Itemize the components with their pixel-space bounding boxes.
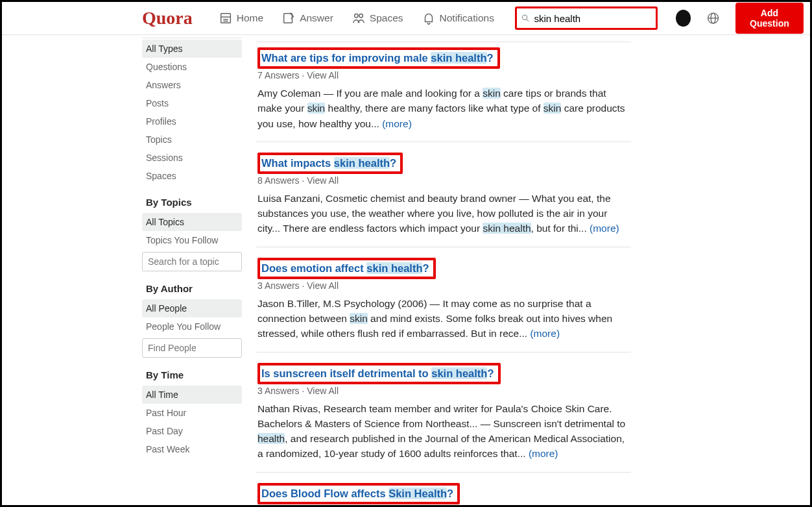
result-snippet: Amy Coleman — If you are male and lookin… bbox=[257, 86, 631, 131]
view-all-link[interactable]: View All bbox=[307, 175, 339, 186]
logo[interactable]: Quora bbox=[142, 8, 193, 29]
sidebar-item[interactable]: Profiles bbox=[142, 112, 242, 130]
svg-point-6 bbox=[359, 14, 363, 18]
sidebar-item[interactable]: Sessions bbox=[142, 149, 242, 167]
answer-icon bbox=[281, 11, 296, 25]
sidebar-item[interactable]: All Time bbox=[142, 386, 242, 404]
nav-home[interactable]: Home bbox=[212, 7, 270, 29]
divider bbox=[142, 38, 242, 38]
bell-icon bbox=[422, 11, 436, 25]
sidebar-item[interactable]: Past Day bbox=[142, 422, 242, 440]
nav-spaces[interactable]: Spaces bbox=[345, 7, 410, 29]
result-title-link[interactable]: Does emotion affect skin health? bbox=[261, 262, 429, 274]
more-link[interactable]: (more) bbox=[382, 118, 412, 129]
svg-point-7 bbox=[522, 15, 527, 19]
sidebar-item[interactable]: Past Hour bbox=[142, 404, 242, 422]
sidebar-item[interactable]: Posts bbox=[142, 94, 242, 112]
result-title-highlight: Does emotion affect skin health? bbox=[257, 258, 436, 279]
result-title-highlight: Is sunscreen itself detrimental to skin … bbox=[257, 363, 501, 384]
sidebar-item[interactable]: Spaces bbox=[142, 167, 242, 185]
result-title-link[interactable]: Does Blood Flow affects Skin Health? bbox=[261, 488, 453, 499]
result-title-highlight: What are tips for improving male skin he… bbox=[257, 47, 500, 69]
nav-notifications[interactable]: Notifications bbox=[415, 7, 501, 29]
by-time-heading: By Time bbox=[142, 358, 242, 386]
sidebar-item[interactable]: Topics You Follow bbox=[142, 231, 242, 249]
nav-answer[interactable]: Answer bbox=[275, 7, 340, 29]
view-all-link[interactable]: View All bbox=[307, 280, 339, 291]
result-meta: 3 Answers · View All bbox=[257, 280, 631, 291]
nav-answer-label: Answer bbox=[300, 12, 333, 24]
view-all-link[interactable]: View All bbox=[307, 70, 339, 80]
spaces-icon bbox=[352, 11, 366, 25]
sidebar: All TypesQuestionsAnswersPostsProfilesTo… bbox=[142, 35, 242, 507]
svg-point-5 bbox=[354, 14, 358, 18]
more-link[interactable]: (more) bbox=[590, 223, 619, 234]
sidebar-item[interactable]: Topics bbox=[142, 130, 242, 149]
nav-spaces-label: Spaces bbox=[370, 12, 403, 24]
result-meta: 8 Answers · View All bbox=[257, 175, 631, 186]
by-topics-heading: By Topics bbox=[142, 185, 242, 213]
nav-notifications-label: Notifications bbox=[440, 12, 494, 24]
result-meta: 3 Answers · View All bbox=[257, 386, 631, 396]
search-result: What impacts skin health?8 Answers · Vie… bbox=[256, 142, 631, 247]
more-link[interactable]: (more) bbox=[529, 448, 558, 459]
sidebar-item[interactable]: Questions bbox=[142, 58, 242, 76]
header: Quora Home Answer Spaces Notifications A… bbox=[2, 2, 810, 35]
sidebar-item[interactable]: Answers bbox=[142, 76, 242, 94]
result-title-link[interactable]: What impacts skin health? bbox=[261, 157, 396, 169]
result-meta: 7 Answers · View All bbox=[257, 70, 631, 80]
topic-search-input[interactable] bbox=[142, 252, 242, 271]
result-title-highlight: What impacts skin health? bbox=[257, 153, 403, 174]
result-title-highlight: Does Blood Flow affects Skin Health? bbox=[257, 483, 460, 504]
search-box[interactable] bbox=[515, 6, 658, 30]
by-author-heading: By Author bbox=[142, 271, 242, 299]
result-snippet: Nathan Rivas, Research team member and w… bbox=[257, 401, 631, 462]
sidebar-item[interactable]: All Types bbox=[142, 40, 242, 58]
people-search-input[interactable] bbox=[142, 338, 242, 358]
search-results: What are tips for improving male skin he… bbox=[242, 35, 631, 507]
view-all-link[interactable]: View All bbox=[307, 386, 339, 396]
sidebar-item[interactable]: All Topics bbox=[142, 213, 242, 231]
home-icon bbox=[219, 11, 233, 25]
globe-icon[interactable] bbox=[706, 10, 720, 26]
nav-home-label: Home bbox=[237, 12, 263, 24]
sidebar-item[interactable]: Past Week bbox=[142, 440, 242, 458]
result-snippet: Luisa Fanzani, Cosmetic chemist and beau… bbox=[257, 191, 631, 236]
search-input[interactable] bbox=[532, 13, 651, 24]
search-icon bbox=[521, 13, 531, 23]
search-result: Is sunscreen itself detrimental to skin … bbox=[256, 352, 631, 473]
add-question-button[interactable]: Add Question bbox=[735, 3, 804, 34]
sidebar-item[interactable]: All People bbox=[142, 299, 242, 317]
svg-line-8 bbox=[527, 19, 529, 21]
result-snippet: Jason B.Tiller, M.S Psychology (2006) — … bbox=[257, 296, 631, 341]
result-title-link[interactable]: Is sunscreen itself detrimental to skin … bbox=[261, 367, 494, 379]
sidebar-item[interactable]: People You Follow bbox=[142, 317, 242, 336]
search-result: Does Blood Flow affects Skin Health?4 An… bbox=[256, 473, 631, 507]
result-title-link[interactable]: What are tips for improving male skin he… bbox=[261, 52, 494, 64]
avatar[interactable] bbox=[676, 10, 691, 27]
search-result: Does emotion affect skin health?3 Answer… bbox=[256, 247, 631, 352]
more-link[interactable]: (more) bbox=[530, 328, 560, 339]
search-result: What are tips for improving male skin he… bbox=[256, 42, 631, 142]
